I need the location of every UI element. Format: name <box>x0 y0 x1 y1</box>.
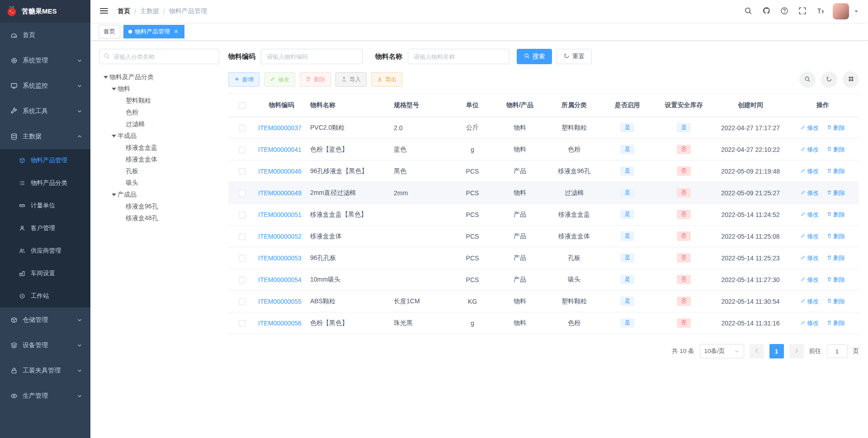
sidebar-item-material-product-category[interactable]: 物料产品分类 <box>0 172 90 194</box>
category-search-input[interactable] <box>99 49 219 64</box>
table-row[interactable]: ITEM00000055 ABS颗粒 长度1CM KG 物料 塑料颗粒 是 否 … <box>228 291 859 312</box>
breadcrumb-item[interactable]: 首页 <box>118 7 130 15</box>
sidebar-item-system-tools[interactable]: 系统工具 <box>0 99 90 124</box>
tree-node-material[interactable]: 物料 <box>99 83 219 95</box>
row-edit-link[interactable]: 修改 <box>801 319 819 327</box>
table-row[interactable]: ITEM00000041 色粉【蓝色】 蓝色 g 物料 色粉 是 否 2022-… <box>228 139 859 160</box>
row-checkbox[interactable] <box>239 168 245 175</box>
page-size-select[interactable]: 10条/页 <box>700 344 744 358</box>
row-edit-link[interactable]: 修改 <box>801 146 819 154</box>
item-code-link[interactable]: ITEM00000055 <box>258 298 302 305</box>
sidebar-item-production-management[interactable]: 生产管理 <box>0 383 90 409</box>
material-code-input[interactable] <box>261 49 363 64</box>
row-delete-link[interactable]: 删除 <box>827 319 845 327</box>
row-checkbox[interactable] <box>239 233 245 240</box>
tree-node-root[interactable]: 物料及产品分类 <box>99 71 219 83</box>
item-code-link[interactable]: ITEM00000056 <box>258 320 302 327</box>
table-row[interactable]: ITEM00000056 色粉【黑色】 珠光黑 g 物料 色粉 是 否 2022… <box>228 312 859 334</box>
row-checkbox[interactable] <box>239 212 245 218</box>
tree-node-leaf[interactable]: 塑料颗粒 <box>99 95 219 107</box>
prev-page-button[interactable] <box>750 344 764 358</box>
table-row[interactable]: ITEM00000051 移液盒盒盖【黑色】 PCS 产品 移液盒盒盖 是 否 … <box>228 204 859 226</box>
sidebar-item-master-data[interactable]: 主数据 <box>0 124 90 149</box>
sidebar-item-warehouse-management[interactable]: 仓储管理 <box>0 307 90 333</box>
github-link-button[interactable] <box>760 5 772 17</box>
table-row[interactable]: ITEM00000046 96孔移液盒【黑色】 黑色 PCS 产品 移液盒96孔… <box>228 160 859 182</box>
edit-button[interactable]: 修改 <box>264 72 295 87</box>
row-delete-link[interactable]: 删除 <box>827 232 845 240</box>
tree-node-semi-finished[interactable]: 半成品 <box>99 130 219 142</box>
row-edit-link[interactable]: 修改 <box>801 189 819 197</box>
row-delete-link[interactable]: 删除 <box>827 146 845 154</box>
row-edit-link[interactable]: 修改 <box>801 297 819 306</box>
sidebar-item-fixture-management[interactable]: 工装夹具管理 <box>0 358 90 383</box>
tree-node-leaf[interactable]: 孔板 <box>99 165 219 177</box>
sidebar-item-supplier-management[interactable]: 供应商管理 <box>0 240 90 262</box>
row-checkbox[interactable] <box>239 146 245 153</box>
row-edit-link[interactable]: 修改 <box>801 276 819 284</box>
material-name-input[interactable] <box>408 49 509 64</box>
item-code-link[interactable]: ITEM00000041 <box>258 146 302 153</box>
row-edit-link[interactable]: 修改 <box>801 211 819 219</box>
row-delete-link[interactable]: 删除 <box>827 254 845 262</box>
next-page-button[interactable] <box>789 344 804 358</box>
row-delete-link[interactable]: 删除 <box>827 297 845 306</box>
item-code-link[interactable]: ITEM00000053 <box>258 254 302 262</box>
caret-down-icon[interactable] <box>110 135 118 137</box>
header-search-button[interactable] <box>742 5 754 17</box>
row-checkbox[interactable] <box>239 320 245 327</box>
caret-down-icon[interactable] <box>102 76 109 79</box>
sidebar-item-customer-management[interactable]: 客户管理 <box>0 217 90 240</box>
tree-node-leaf[interactable]: 移液盒48孔 <box>99 212 219 224</box>
select-all-checkbox[interactable] <box>239 102 245 109</box>
tree-node-leaf[interactable]: 移液盒96孔 <box>99 201 219 212</box>
item-code-link[interactable]: ITEM00000054 <box>258 276 302 283</box>
export-button[interactable]: 导出 <box>371 72 402 87</box>
font-size-button[interactable] <box>815 5 826 17</box>
row-checkbox[interactable] <box>239 298 245 305</box>
sidebar-item-system-management[interactable]: 系统管理 <box>0 48 90 73</box>
page-number-button[interactable]: 1 <box>769 344 784 358</box>
row-edit-link[interactable]: 修改 <box>801 232 819 240</box>
sidebar-item-material-product-management[interactable]: 物料产品管理 <box>0 149 90 172</box>
goto-page-input[interactable] <box>827 344 848 358</box>
tab-home[interactable]: 首页 <box>99 25 120 38</box>
row-checkbox[interactable] <box>239 190 245 197</box>
sidebar-item-system-monitoring[interactable]: 系统监控 <box>0 73 90 99</box>
reset-button[interactable]: 重置 <box>557 49 592 64</box>
item-code-link[interactable]: ITEM00000052 <box>258 233 302 240</box>
sidebar-item-equipment-management[interactable]: 设备管理 <box>0 333 90 358</box>
row-checkbox[interactable] <box>239 255 245 262</box>
table-row[interactable]: ITEM00000054 10mm吸头 PCS 产品 吸头 是 否 2022-0… <box>228 269 859 291</box>
item-code-link[interactable]: ITEM00000051 <box>258 211 302 218</box>
app-logo[interactable]: 苦糖果MES <box>0 0 90 23</box>
row-edit-link[interactable]: 修改 <box>801 254 819 262</box>
tree-node-leaf[interactable]: 过滤棉 <box>99 118 219 130</box>
row-delete-link[interactable]: 删除 <box>827 167 845 175</box>
row-edit-link[interactable]: 修改 <box>801 167 819 175</box>
delete-button[interactable]: 删除 <box>300 72 331 87</box>
refresh-button[interactable] <box>821 71 837 88</box>
help-button[interactable] <box>778 5 790 17</box>
row-checkbox[interactable] <box>239 125 245 132</box>
sidebar-toggle-button[interactable] <box>98 5 110 18</box>
close-icon[interactable] <box>173 28 179 35</box>
row-delete-link[interactable]: 删除 <box>827 276 845 284</box>
import-button[interactable]: 导入 <box>335 72 367 87</box>
caret-down-icon[interactable] <box>854 9 859 14</box>
row-edit-link[interactable]: 修改 <box>801 124 819 132</box>
search-button[interactable]: 搜索 <box>517 49 552 64</box>
table-row[interactable]: ITEM00000052 移液盒盒体 PCS 产品 移液盒盒体 是 否 2022… <box>228 226 859 247</box>
row-checkbox[interactable] <box>239 277 245 283</box>
tab-material-product-management[interactable]: 物料产品管理 <box>123 25 184 38</box>
tree-node-leaf[interactable]: 移液盒盒盖 <box>99 142 219 154</box>
row-delete-link[interactable]: 删除 <box>827 211 845 219</box>
sidebar-item-home[interactable]: 首页 <box>0 23 90 48</box>
search-toggle-button[interactable] <box>799 71 816 88</box>
table-row[interactable]: ITEM00000037 PVC2.0颗粒 2.0 公斤 物料 塑料颗粒 是 是… <box>228 117 859 139</box>
breadcrumb-item[interactable]: 主数据 <box>140 7 159 15</box>
caret-down-icon[interactable] <box>110 193 118 196</box>
table-row[interactable]: ITEM00000053 96孔孔板 PCS 产品 孔板 是 否 2022-05… <box>228 247 859 269</box>
sidebar-item-measurement-unit[interactable]: 计量单位 <box>0 194 90 217</box>
item-code-link[interactable]: ITEM00000037 <box>258 124 302 132</box>
